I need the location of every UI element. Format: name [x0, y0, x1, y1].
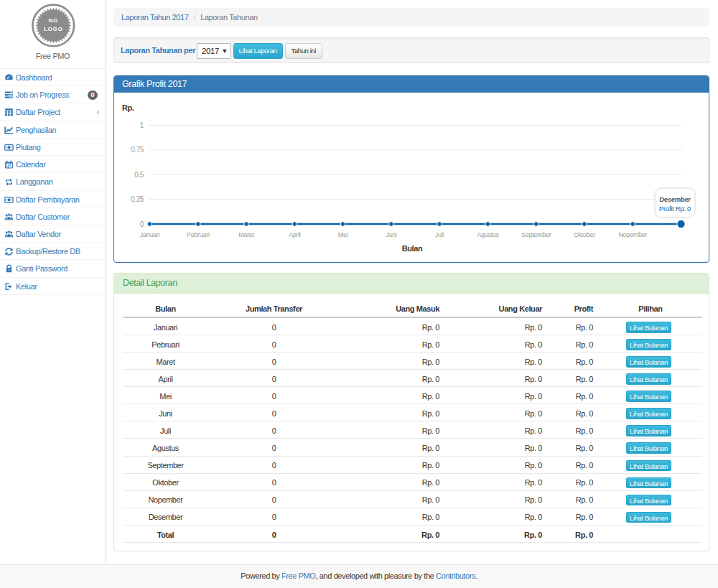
- svg-text:Rp.: Rp.: [122, 103, 134, 112]
- svg-text:1: 1: [140, 121, 144, 129]
- svg-text:April: April: [289, 231, 301, 238]
- svg-text:Januari: Januari: [140, 231, 160, 238]
- svg-text:September: September: [521, 231, 551, 238]
- svg-text:Pebruari: Pebruari: [187, 231, 210, 238]
- svg-text:Bulan: Bulan: [402, 244, 423, 253]
- svg-text:Nopember: Nopember: [618, 231, 647, 238]
- svg-text:0.75: 0.75: [131, 146, 144, 154]
- svg-text:Profit Rp: 0: Profit Rp: 0: [659, 205, 691, 213]
- svg-text:Desember: Desember: [659, 195, 691, 203]
- svg-text:Maret: Maret: [238, 231, 254, 238]
- svg-text:0: 0: [140, 220, 144, 228]
- svg-text:Agustus: Agustus: [477, 231, 499, 238]
- svg-text:LOGO: LOGO: [44, 26, 63, 32]
- svg-text:0.25: 0.25: [131, 195, 144, 203]
- svg-text:Juni: Juni: [386, 231, 397, 238]
- svg-text:0.5: 0.5: [134, 171, 144, 179]
- svg-text:Mei: Mei: [338, 231, 348, 238]
- svg-text:Oktober: Oktober: [574, 231, 595, 238]
- svg-text:Juli: Juli: [435, 231, 444, 238]
- svg-text:NO: NO: [48, 17, 58, 24]
